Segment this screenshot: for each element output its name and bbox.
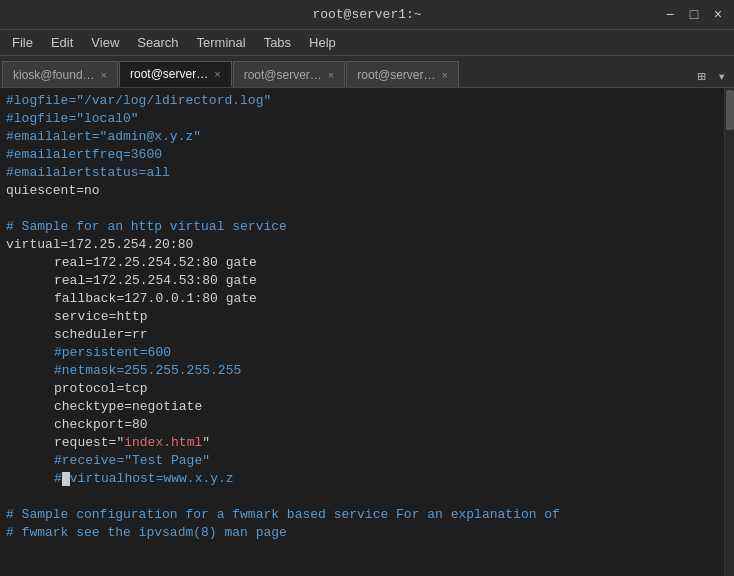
- title-bar: root@server1:~ − □ ×: [0, 0, 734, 30]
- tab-1[interactable]: root@server… ×: [119, 61, 232, 87]
- tab-1-label: root@server…: [130, 67, 208, 81]
- line-22: #virtualhost=www.x.y.z: [6, 470, 718, 488]
- tab-0-close[interactable]: ×: [101, 69, 107, 81]
- terminal-content[interactable]: #logfile="/var/log/ldirectord.log" #logf…: [0, 88, 724, 576]
- line-5: #emailalertstatus=all: [6, 164, 718, 182]
- tab-1-close[interactable]: ×: [214, 68, 220, 80]
- line-6: quiescent=no: [6, 182, 718, 200]
- line-2: #logfile="local0": [6, 110, 718, 128]
- menu-bar: File Edit View Search Terminal Tabs Help: [0, 30, 734, 56]
- line-13: service=http: [6, 308, 718, 326]
- tab-3[interactable]: root@server… ×: [346, 61, 459, 87]
- line-18: checktype=negotiate: [6, 398, 718, 416]
- minimize-button[interactable]: −: [662, 7, 678, 23]
- menu-file[interactable]: File: [4, 33, 41, 52]
- menu-edit[interactable]: Edit: [43, 33, 81, 52]
- menu-search[interactable]: Search: [129, 33, 186, 52]
- line-7: [6, 200, 718, 218]
- line-15: #persistent=600: [6, 344, 718, 362]
- menu-terminal[interactable]: Terminal: [189, 33, 254, 52]
- line-16: #netmask=255.255.255.255: [6, 362, 718, 380]
- window-controls: − □ ×: [662, 7, 726, 23]
- tab-3-close[interactable]: ×: [441, 69, 447, 81]
- tab-bar: kiosk@found… × root@server… × root@serve…: [0, 56, 734, 88]
- tab-2[interactable]: root@server… ×: [233, 61, 346, 87]
- line-24: # fwmark see the ipvsadm(8) man page: [6, 524, 718, 542]
- scrollbar[interactable]: [724, 88, 734, 576]
- menu-view[interactable]: View: [83, 33, 127, 52]
- line-19: checkport=80: [6, 416, 718, 434]
- line-8: # Sample for an http virtual service: [6, 218, 718, 236]
- tab-2-label: root@server…: [244, 68, 322, 82]
- tab-0[interactable]: kiosk@found… ×: [2, 61, 118, 87]
- terminal-wrapper: #logfile="/var/log/ldirectord.log" #logf…: [0, 88, 734, 576]
- line-17: protocol=tcp: [6, 380, 718, 398]
- menu-help[interactable]: Help: [301, 33, 344, 52]
- line-20: request="index.html": [6, 434, 718, 452]
- line-1: #logfile="/var/log/ldirectord.log": [6, 92, 718, 110]
- menu-tabs[interactable]: Tabs: [256, 33, 299, 52]
- scrollbar-thumb[interactable]: [726, 90, 734, 130]
- maximize-button[interactable]: □: [686, 7, 702, 23]
- tab-3-label: root@server…: [357, 68, 435, 82]
- tab-bar-actions: ⊞ ▾: [693, 66, 734, 87]
- line-21: #receive="Test Page": [6, 452, 718, 470]
- line-4: #emailalertfreq=3600: [6, 146, 718, 164]
- line-10: real=172.25.254.52:80 gate: [6, 254, 718, 272]
- line-blank: [6, 488, 718, 506]
- line-23: # Sample configuration for a fwmark base…: [6, 506, 718, 524]
- window-title: root@server1:~: [312, 7, 421, 22]
- line-9: virtual=172.25.254.20:80: [6, 236, 718, 254]
- line-14: scheduler=rr: [6, 326, 718, 344]
- line-11: real=172.25.254.53:80 gate: [6, 272, 718, 290]
- tab-menu-icon[interactable]: ▾: [714, 66, 730, 87]
- tab-0-label: kiosk@found…: [13, 68, 95, 82]
- line-3: #emailalert="admin@x.y.z": [6, 128, 718, 146]
- line-12: fallback=127.0.0.1:80 gate: [6, 290, 718, 308]
- new-tab-icon[interactable]: ⊞: [693, 66, 709, 87]
- close-button[interactable]: ×: [710, 7, 726, 23]
- tab-2-close[interactable]: ×: [328, 69, 334, 81]
